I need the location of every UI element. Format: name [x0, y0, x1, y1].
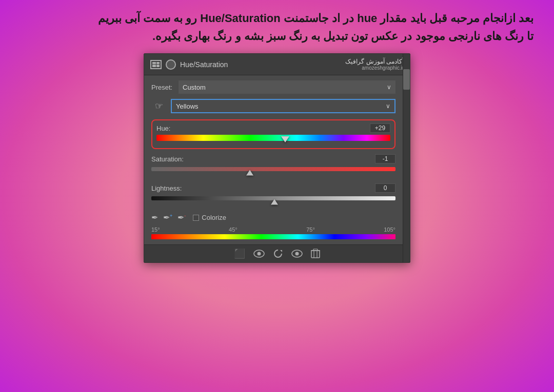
hue-label: Hue:	[156, 125, 170, 132]
tools-row: ✒ ✒+ ✒- Colorize	[151, 213, 395, 222]
saturation-slider-row: Saturation: -1	[151, 154, 395, 163]
lightness-section: Lightness: 0	[151, 183, 395, 208]
color-range-section: 15° 45° 75° 105°	[151, 226, 395, 239]
lightness-label: Lightness:	[151, 184, 182, 192]
panel-wrapper: Hue/Saturation آکادمی آموزش گرافیک amoze…	[144, 53, 410, 263]
delete-icon[interactable]	[311, 249, 320, 259]
preset-dropdown[interactable]: Custom ∨	[179, 80, 395, 94]
hue-value: +29	[370, 123, 390, 133]
lightness-thumb[interactable]	[271, 199, 278, 205]
svg-point-4	[295, 252, 299, 256]
hue-gradient-bar	[156, 135, 390, 141]
range-numbers: 15° 45° 75° 105°	[151, 226, 395, 233]
colorize-checkbox[interactable]	[193, 215, 199, 221]
saturation-bar	[151, 167, 395, 171]
hue-slider-row: Hue: +29	[156, 123, 390, 133]
new-layer-icon[interactable]: ⬛	[234, 248, 245, 259]
svg-marker-2	[280, 250, 282, 252]
brand-url: amozeshgraphic.ir	[345, 65, 404, 71]
channel-arrow-icon: ∨	[386, 102, 390, 110]
colorize-group: Colorize	[193, 214, 226, 221]
instruction-line1: بعد ازانجام مرحبه قبل باید مقدار hue در …	[21, 9, 533, 27]
hue-thumb[interactable]	[281, 136, 289, 142]
reset-icon[interactable]	[273, 249, 283, 259]
channel-row: ☞ Yellows ∨	[151, 99, 395, 113]
svg-rect-5	[311, 251, 320, 258]
eyedropper-remove-icon[interactable]: ✒-	[177, 213, 186, 222]
panel-header: Hue/Saturation آکادمی آموزش گرافیک amoze…	[144, 54, 410, 75]
bottom-toolbar: ⬛	[144, 244, 410, 262]
hue-section: Hue: +29	[151, 119, 395, 149]
hue-slider-container[interactable]	[156, 135, 390, 144]
scrollbar[interactable]	[403, 54, 410, 262]
panel-title: Hue/Saturation	[180, 60, 228, 69]
range-left2: 45°	[229, 226, 238, 233]
instruction-line2: تا رنگ های نارنجی موجود در عکس تون تبدیل…	[21, 27, 533, 45]
preset-label: Preset:	[151, 84, 174, 91]
svg-point-1	[258, 252, 261, 256]
top-text-section: بعد ازانجام مرحبه قبل باید مقدار hue در …	[0, 0, 554, 50]
brand-info: آکادمی آموزش گرافیک amozeshgraphic.ir	[345, 58, 404, 71]
channel-dropdown[interactable]: Yellows ∨	[171, 99, 395, 113]
channel-value: Yellows	[176, 102, 199, 110]
scroll-thumb[interactable]	[403, 69, 410, 90]
preset-row: Preset: Custom ∨	[151, 80, 395, 94]
preset-arrow-icon: ∨	[387, 84, 391, 91]
range-left1: 15°	[151, 226, 160, 233]
saturation-thumb[interactable]	[246, 170, 253, 176]
brand-name: آکادمی آموزش گرافیک	[345, 58, 404, 65]
hand-icon[interactable]: ☞	[151, 100, 167, 112]
saturation-value: -1	[375, 154, 395, 163]
panel-content: Preset: Custom ∨ ☞ Yellows ∨ Hue: +29	[144, 75, 403, 244]
grid-icon	[150, 60, 162, 69]
preset-value: Custom	[183, 84, 206, 91]
panel-header-left: Hue/Saturation	[150, 59, 228, 70]
visibility-icon[interactable]	[253, 250, 265, 258]
colorize-label: Colorize	[202, 214, 226, 221]
color-range-bar	[151, 234, 395, 239]
lightness-slider-container[interactable]	[151, 196, 395, 208]
range-right1: 75°	[306, 226, 315, 233]
saturation-section: Saturation: -1	[151, 154, 395, 178]
lightness-slider-row: Lightness: 0	[151, 183, 395, 193]
saturation-slider-container[interactable]	[151, 167, 395, 178]
circle-icon	[166, 59, 176, 70]
range-right2: 105°	[384, 226, 395, 233]
eyedropper-icon[interactable]: ✒	[151, 213, 158, 222]
eye-icon-2[interactable]	[291, 250, 303, 258]
lightness-value: 0	[375, 183, 395, 193]
eyedropper-add-icon[interactable]: ✒+	[163, 213, 172, 222]
saturation-label: Saturation:	[151, 155, 184, 163]
